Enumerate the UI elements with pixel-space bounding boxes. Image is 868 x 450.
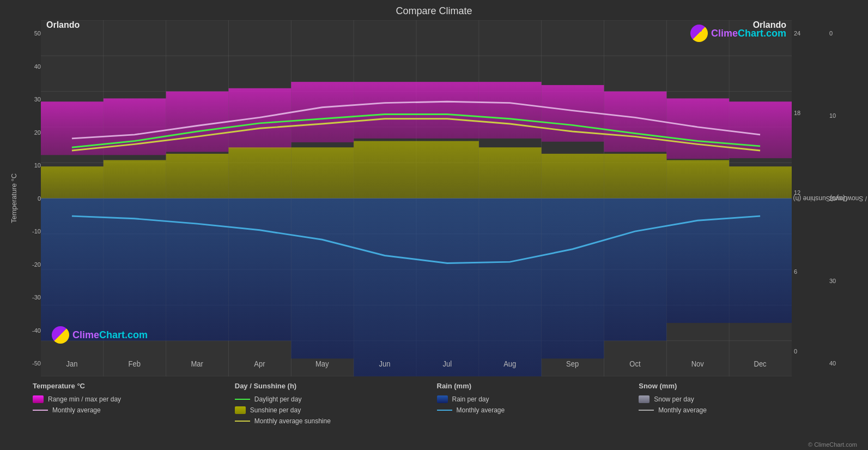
svg-text:Oct: Oct — [629, 359, 640, 369]
legend-col-rain: Rain (mm) Rain per day Monthly average — [437, 382, 639, 447]
r-tick-10: 10 — [829, 112, 849, 119]
legend-item-snow-avg: Monthly average — [639, 406, 841, 414]
legend-line-temp-avg — [33, 410, 48, 411]
svg-text:Nov: Nov — [691, 359, 704, 369]
svg-rect-53 — [416, 199, 479, 377]
legend-item-sunshine: Sunshine per day — [235, 406, 437, 414]
legend-label-sunshine: Sunshine per day — [250, 406, 301, 414]
legend-item-rain-avg: Monthly average — [437, 406, 639, 414]
legend-label-rain-avg: Monthly average — [457, 406, 505, 414]
svg-text:Feb: Feb — [129, 359, 141, 369]
left-axis-label: Temperature °C — [5, 20, 22, 376]
legend-item-temp-range: Range min / max per day — [33, 395, 235, 403]
legend-title-snow: Snow (mm) — [639, 382, 841, 390]
legend-col-temperature: Temperature °C Range min / max per day M… — [33, 382, 235, 447]
y-tick-50: 50 — [22, 30, 41, 37]
r-tick-40: 40 — [829, 360, 849, 367]
legend-item-temp-avg: Monthly average — [33, 406, 235, 414]
legend-line-rain-avg — [437, 410, 452, 411]
legend-label-temp-range: Range min / max per day — [48, 395, 121, 403]
legend-line-daylight — [235, 399, 250, 400]
svg-rect-28 — [354, 82, 416, 139]
svg-rect-33 — [666, 98, 729, 159]
svg-text:Sep: Sep — [566, 359, 579, 369]
legend-title-rain: Rain (mm) — [437, 382, 639, 390]
y-tick-m50: -50 — [22, 360, 41, 367]
svg-rect-38 — [229, 147, 292, 198]
r-tick-6: 6 — [794, 268, 814, 275]
legend-col-snow: Snow (mm) Snow per day Monthly average — [639, 382, 841, 447]
svg-text:Jun: Jun — [379, 359, 391, 369]
legend-label-rain-per-day: Rain per day — [452, 395, 489, 403]
svg-rect-35 — [41, 166, 104, 198]
y-tick-m40: -40 — [22, 327, 41, 334]
legend-label-daylight: Daylight per day — [254, 395, 302, 403]
logo-part2-left: Chart.com — [99, 329, 148, 340]
legend-swatch-rain — [437, 395, 448, 403]
svg-rect-50 — [229, 199, 292, 341]
svg-rect-29 — [416, 82, 479, 139]
copyright: © ClimeChart.com — [808, 441, 857, 448]
svg-text:Aug: Aug — [503, 359, 516, 369]
svg-rect-34 — [729, 101, 792, 158]
legend-item-daylight: Daylight per day — [235, 395, 437, 403]
legend-title-sunshine: Day / Sunshine (h) — [235, 382, 437, 390]
r-tick-18: 18 — [794, 110, 814, 116]
svg-rect-25 — [166, 92, 229, 152]
legend-label-snow-per-day: Snow per day — [654, 395, 694, 403]
legend-label-temp-avg: Monthly average — [52, 406, 101, 414]
svg-rect-49 — [166, 199, 229, 341]
svg-rect-40 — [354, 141, 416, 199]
svg-rect-57 — [666, 199, 729, 323]
logo-part1-left: Clime — [72, 329, 99, 340]
r-tick-0-sun: 0 — [794, 348, 814, 355]
logo-icon-right — [690, 25, 708, 42]
legend-item-sunshine-avg: Monthly average sunshine — [235, 417, 437, 425]
legend-line-sunshine-avg — [235, 421, 250, 422]
legend-area: Temperature °C Range min / max per day M… — [0, 376, 868, 450]
y-tick-20: 20 — [22, 129, 41, 136]
logo-text-left: ClimeChart.com — [72, 329, 148, 341]
y-tick-0: 0 — [22, 195, 41, 202]
logo-text-right: ClimeChart.com — [711, 28, 786, 39]
svg-rect-55 — [542, 199, 604, 359]
svg-rect-36 — [104, 160, 166, 199]
chart-title: Compare Climate — [0, 5, 868, 17]
logo-part2-right: Chart.com — [738, 28, 786, 39]
svg-text:Jan: Jan — [66, 359, 77, 369]
logo-part1-right: Clime — [711, 28, 738, 39]
svg-rect-30 — [479, 82, 542, 139]
svg-rect-27 — [291, 82, 354, 142]
r-tick-24: 24 — [794, 30, 814, 37]
svg-rect-42 — [479, 147, 542, 198]
y-tick-30: 30 — [22, 96, 41, 103]
legend-label-sunshine-avg: Monthly average sunshine — [254, 417, 331, 425]
legend-line-snow-avg — [639, 410, 654, 411]
svg-rect-51 — [291, 199, 354, 359]
svg-rect-37 — [166, 154, 229, 199]
legend-swatch-sunshine — [235, 406, 246, 414]
svg-text:May: May — [315, 359, 329, 369]
svg-rect-43 — [542, 154, 604, 199]
svg-rect-52 — [354, 199, 416, 377]
right-axis-label-bottom: Rain / Snow (mm) — [829, 195, 868, 202]
r-tick-30: 30 — [829, 278, 849, 284]
legend-item-snow-per-day: Snow per day — [639, 395, 841, 403]
svg-rect-41 — [416, 141, 479, 199]
svg-rect-26 — [229, 88, 292, 149]
y-tick-m20: -20 — [22, 261, 41, 268]
svg-rect-39 — [291, 147, 354, 198]
svg-text:Mar: Mar — [191, 359, 203, 369]
y-tick-10: 10 — [22, 162, 41, 169]
r-tick-0-rain: 0 — [829, 30, 849, 37]
legend-title-temperature: Temperature °C — [33, 382, 235, 390]
y-tick-m30: -30 — [22, 294, 41, 301]
legend-item-rain-per-day: Rain per day — [437, 395, 639, 403]
main-container: Compare Climate Temperature °C 50 40 30 … — [0, 0, 868, 450]
svg-text:Apr: Apr — [254, 359, 265, 369]
y-tick-m10: -10 — [22, 228, 41, 235]
logo-icon-left — [52, 326, 69, 344]
logo-top-right: ClimeChart.com — [690, 25, 786, 42]
legend-swatch-temp — [33, 395, 44, 403]
svg-rect-56 — [604, 199, 667, 341]
